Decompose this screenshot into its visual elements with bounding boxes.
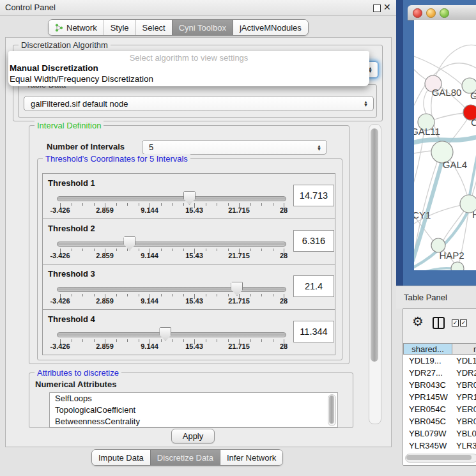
network-icon bbox=[55, 24, 63, 32]
close-icon[interactable]: ✕ bbox=[383, 2, 391, 12]
algorithm-option-manual[interactable]: Manual Discretization bbox=[10, 63, 98, 73]
float-window-icon[interactable] bbox=[373, 4, 381, 12]
table-cell-name[interactable]: YER0 bbox=[452, 403, 476, 415]
number-of-intervals-value: 5 bbox=[149, 142, 153, 152]
table-cell-name[interactable]: YBR0 bbox=[452, 415, 476, 427]
network-node[interactable] bbox=[451, 262, 464, 270]
table-cell-name[interactable]: YBR0 bbox=[452, 379, 476, 391]
table-row[interactable]: YDL19... YDL1 bbox=[403, 355, 476, 367]
slider-tick bbox=[183, 339, 184, 342]
table-cell-shared-name[interactable]: YPR145W bbox=[403, 391, 452, 403]
table-cell-name[interactable]: YDR2 bbox=[452, 367, 476, 379]
slider-tick bbox=[94, 203, 95, 206]
node-label: HAP2 bbox=[439, 250, 464, 261]
bottom-tab-discretize-data[interactable]: Discretize Data bbox=[150, 450, 220, 465]
checkbox-icon[interactable]: ✓ bbox=[460, 319, 467, 326]
table-header-row: shared... na bbox=[403, 343, 476, 355]
threshold-value-field[interactable]: 14.713 bbox=[293, 185, 334, 206]
zoom-traffic-light-icon[interactable] bbox=[440, 8, 449, 18]
table-cell-shared-name[interactable]: YDL19... bbox=[403, 355, 452, 367]
table-cell-shared-name[interactable]: YBR043C bbox=[403, 379, 452, 391]
slider-tick bbox=[139, 339, 139, 342]
table-row[interactable]: YPR145W YPR1 bbox=[403, 391, 476, 403]
table-cell-name[interactable]: YDL1 bbox=[452, 355, 476, 367]
apply-button[interactable]: Apply bbox=[171, 429, 215, 443]
table-row[interactable]: YBL079W YBL0 bbox=[403, 427, 476, 440]
table-cell-shared-name[interactable]: YLR345W bbox=[403, 440, 452, 452]
numerical-attributes-list[interactable]: SelfLoopsTopologicalCoefficientBetweenne… bbox=[49, 392, 338, 427]
threshold-value-field[interactable]: 11.344 bbox=[293, 321, 334, 342]
table-row[interactable]: YER054C YER0 bbox=[403, 403, 476, 415]
network-canvas[interactable]: GAL80GCGAL11GAL4GCY1HHAP2 bbox=[414, 20, 476, 270]
slider-tick bbox=[273, 203, 273, 206]
top-tab-bar: NetworkStyleSelectCyni ToolboxjActiveMNo… bbox=[48, 19, 309, 36]
slider-tick bbox=[217, 249, 217, 251]
table-cell-shared-name[interactable]: YDR27... bbox=[403, 367, 452, 379]
slider-tick bbox=[228, 249, 229, 251]
table-cell-shared-name[interactable]: YBR045C bbox=[403, 415, 452, 427]
tab-style[interactable]: Style bbox=[104, 20, 135, 35]
table-data-selected: galFiltered.sif default node bbox=[31, 99, 128, 109]
settings-scrollbar-thumb[interactable] bbox=[371, 128, 378, 362]
tab-network[interactable]: Network bbox=[49, 20, 104, 35]
table-cell-name[interactable]: YLR3 bbox=[452, 440, 476, 452]
list-item[interactable]: BetweennessCentrality bbox=[50, 416, 337, 427]
node-label: GAL4 bbox=[443, 159, 467, 170]
table-cell-name[interactable]: YPR1 bbox=[452, 391, 476, 403]
checkbox-icon[interactable]: ✓ bbox=[452, 319, 459, 326]
table-row[interactable]: YLR345W YLR3 bbox=[403, 440, 476, 452]
list-scrollbar-thumb[interactable] bbox=[329, 395, 334, 424]
slider-tick bbox=[116, 203, 117, 206]
table-row[interactable]: YDR27... YDR2 bbox=[403, 367, 476, 379]
gear-icon[interactable]: ⚙ bbox=[412, 314, 424, 329]
table-row[interactable]: YBR043C YBR0 bbox=[403, 379, 476, 391]
slider-tick bbox=[261, 339, 262, 342]
slider-tick bbox=[172, 294, 173, 296]
slider-tick bbox=[217, 294, 217, 296]
network-window-titlebar[interactable] bbox=[408, 5, 476, 20]
threshold-value-field[interactable]: 21.4 bbox=[293, 275, 334, 297]
tab-label: jActiveMNodules bbox=[240, 23, 302, 33]
slider-tick bbox=[273, 294, 273, 296]
app-root: Control Panel ✕ NetworkStyleSelectCyni T… bbox=[0, 0, 476, 476]
list-scrollbar[interactable] bbox=[328, 394, 336, 426]
tick-label: 15.43 bbox=[172, 252, 217, 259]
bottom-tab-impute-data[interactable]: Impute Data bbox=[92, 450, 150, 465]
list-item[interactable]: SelfLoops bbox=[50, 393, 337, 404]
table-cell-shared-name[interactable]: YBL079W bbox=[403, 427, 452, 440]
columns-icon[interactable] bbox=[433, 317, 445, 329]
slider-tick bbox=[217, 339, 217, 342]
threshold-value-field[interactable]: 6.316 bbox=[293, 230, 334, 252]
column-header-shared-name[interactable]: shared... bbox=[403, 343, 452, 355]
slider-track[interactable] bbox=[57, 287, 286, 292]
node-label: H bbox=[472, 209, 476, 220]
node-label: GAL11 bbox=[414, 126, 440, 137]
table-data-combobox[interactable]: galFiltered.sif default node ▲▼ bbox=[24, 96, 374, 111]
slider-tick bbox=[172, 339, 173, 342]
algorithm-option-equal-width[interactable]: Equal Width/Frequency Discretization bbox=[10, 74, 153, 84]
list-item[interactable]: TopologicalCoefficient bbox=[50, 404, 337, 416]
table-horizontal-scrollbar-thumb[interactable] bbox=[406, 455, 472, 460]
table-cell-shared-name[interactable]: YER054C bbox=[403, 403, 452, 415]
tick-label: 2.859 bbox=[82, 342, 127, 350]
close-traffic-light-icon[interactable] bbox=[413, 8, 422, 18]
table-horizontal-scrollbar[interactable] bbox=[405, 454, 476, 463]
tab-label: Cyni Toolbox bbox=[179, 23, 226, 33]
column-header-name[interactable]: na bbox=[452, 343, 476, 355]
slider-tick bbox=[82, 249, 83, 251]
stepper-arrows-icon: ▲▼ bbox=[317, 144, 321, 151]
tab-select[interactable]: Select bbox=[135, 20, 172, 35]
minimize-traffic-light-icon[interactable] bbox=[426, 8, 436, 18]
slider-tick bbox=[172, 249, 173, 251]
bottom-tab-infer-network[interactable]: Infer Network bbox=[220, 450, 282, 465]
slider-track[interactable] bbox=[57, 196, 286, 201]
table-row[interactable]: YBR045C YBR0 bbox=[403, 415, 476, 427]
tab-jactivemnodules[interactable]: jActiveMNodules bbox=[233, 20, 308, 35]
table-cell-name[interactable]: YBL0 bbox=[452, 427, 476, 440]
tick-label: 15.43 bbox=[172, 297, 217, 305]
tab-cyni-toolbox[interactable]: Cyni Toolbox bbox=[172, 20, 233, 35]
number-of-intervals-combobox[interactable]: 5 ▲▼ bbox=[142, 140, 327, 155]
settings-scrollbar[interactable] bbox=[369, 124, 381, 424]
slider-track[interactable] bbox=[57, 242, 286, 247]
slider-track[interactable] bbox=[57, 332, 286, 337]
